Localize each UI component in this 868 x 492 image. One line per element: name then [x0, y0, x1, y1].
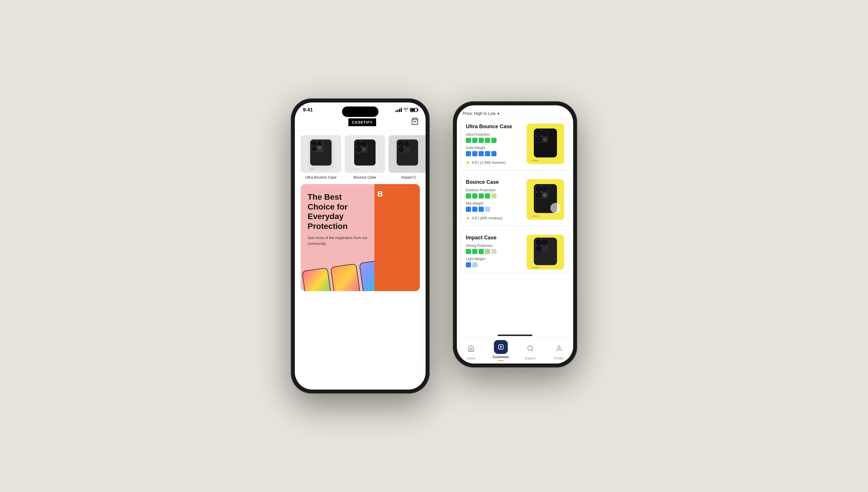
hero-banner-right: B [375, 184, 420, 291]
tab-explore[interactable]: Explore [524, 342, 537, 360]
wifi-icon [404, 108, 408, 112]
signal-icon [395, 108, 402, 112]
case-thumb-img-ultra-bounce: CASETIFY [301, 135, 341, 173]
weight-dots-2 [466, 262, 522, 267]
hero-banner: The Best Choice for Everyday Protection … [301, 184, 420, 291]
svg-point-75 [538, 241, 540, 243]
sort-chevron-icon: ▾ [497, 111, 500, 116]
product-list: Ultra Bounce Case Ultra Protection Solid… [457, 119, 573, 333]
product-info-ultra-bounce: Ultra Bounce Case Ultra Protection Solid… [466, 124, 522, 165]
status-time: 9:41 [303, 107, 313, 113]
profile-icon [552, 342, 566, 355]
svg-text:CASETIFY: CASETIFY [532, 215, 539, 217]
case-thumb-label-ultra-bounce: Ultra Bounce Case [305, 175, 336, 179]
sort-bar[interactable]: Price: High to Low ▾ [457, 105, 573, 119]
svg-point-67 [543, 193, 547, 197]
tab-bar: Home Customize Explore [457, 337, 573, 364]
svg-point-23 [363, 143, 365, 145]
weight-label-0: Solid Weight [466, 146, 522, 150]
hero-right-letter: B [377, 190, 383, 198]
colorful-case-1 [302, 267, 332, 291]
svg-text:CASETIFY: CASETIFY [308, 168, 316, 170]
tab-customize[interactable]: Customize [493, 340, 509, 361]
svg-point-6 [313, 143, 315, 144]
svg-point-34 [401, 143, 402, 145]
svg-point-49 [544, 132, 546, 134]
svg-line-85 [532, 350, 533, 351]
svg-point-68 [550, 203, 561, 213]
svg-point-60 [538, 188, 540, 190]
svg-point-26 [358, 149, 359, 150]
svg-point-52 [538, 139, 540, 140]
product-info-impact: Impact Case Strong Protection Light Weig… [466, 235, 522, 270]
rating-text-1: 4.9 | (895 reviews) [471, 216, 503, 220]
protection-label-2: Strong Protection [466, 244, 522, 248]
product-name-ultra-bounce: Ultra Bounce Case [466, 124, 522, 130]
svg-point-63 [544, 188, 546, 190]
dynamic-island [342, 106, 379, 117]
customize-icon [494, 340, 508, 354]
svg-point-40 [401, 149, 402, 150]
product-info-bounce: Bounce Case Extreme Protection Mid Weigh… [466, 179, 522, 221]
svg-point-66 [538, 194, 540, 196]
product-card-ultra-bounce[interactable]: Ultra Bounce Case Ultra Protection Solid… [461, 119, 569, 170]
product-img-impact: CASETIFY [527, 235, 564, 269]
product-name-bounce: Bounce Case [466, 179, 522, 185]
case-thumb-bounce[interactable]: CASETIFY Bounce Case [344, 135, 385, 179]
svg-point-37 [406, 143, 407, 145]
tab-profile[interactable]: Profile [552, 342, 566, 360]
product-img-ultra-bounce: CASETIFY [527, 124, 564, 164]
svg-text:CASETIFY: CASETIFY [352, 168, 360, 170]
svg-point-53 [543, 138, 547, 142]
battery-icon [410, 108, 417, 112]
protection-label-1: Extreme Protection [466, 188, 522, 192]
case-thumbnails-row: CASETIFY Ultra Bounce Case [295, 130, 426, 184]
case-thumb-label-bounce: Bounce Case [354, 175, 376, 179]
svg-text:CASETIFY: CASETIFY [532, 267, 539, 269]
svg-point-27 [362, 148, 366, 151]
svg-point-84 [528, 346, 532, 350]
case-thumb-ultra-bounce[interactable]: CASETIFY Ultra Bounce Case [301, 135, 341, 179]
phone-right: Price: High to Low ▾ Ultra Bounce Case U… [453, 101, 577, 368]
protection-dots-2 [466, 249, 522, 254]
sort-label: Price: High to Low [463, 111, 495, 116]
rating-text-0: 4.9 | (1,999 reviews) [471, 160, 506, 165]
case-thumb-img-bounce: CASETIFY [344, 135, 385, 173]
tab-label-explore: Explore [525, 356, 536, 360]
hero-banner-left: The Best Choice for Everyday Protection … [301, 184, 375, 291]
tab-label-customize: Customize [493, 355, 509, 359]
hero-title: The Best Choice for Everyday Protection [308, 192, 367, 231]
status-icons [395, 108, 417, 112]
product-card-impact[interactable]: Impact Case Strong Protection Light Weig… [461, 230, 569, 273]
svg-point-78 [544, 241, 546, 243]
svg-point-81 [538, 248, 540, 249]
rating-row-1: ★ 4.9 | (895 reviews) [466, 215, 522, 221]
rating-row-0: ★ 4.9 | (1,999 reviews) [466, 160, 522, 165]
phone-left: 9:41 [291, 98, 430, 394]
protection-label-0: Ultra Protection [466, 132, 522, 137]
nav-bar: CASETiFY [295, 115, 426, 130]
weight-dots-0 [466, 151, 522, 156]
product-name-impact: Impact Case [466, 235, 522, 241]
svg-point-46 [538, 132, 540, 134]
case-thumb-label-impact: Impact C [401, 175, 416, 179]
svg-text:CASETIFY: CASETIFY [532, 160, 539, 162]
svg-point-13 [318, 146, 321, 149]
svg-point-9 [318, 143, 320, 144]
tab-label-profile: Profile [554, 356, 563, 360]
protection-dots-0 [466, 138, 522, 143]
tab-home[interactable]: Home [464, 342, 478, 360]
tab-underline-customize [498, 360, 504, 361]
case-thumb-impact[interactable]: Impact C [389, 135, 426, 179]
cart-icon[interactable] [411, 118, 419, 127]
svg-point-20 [358, 143, 359, 145]
svg-point-86 [558, 346, 560, 348]
home-icon [464, 342, 478, 355]
weight-label-2: Light Weight [466, 257, 522, 261]
protection-dots-1 [466, 193, 522, 199]
explore-icon [524, 342, 537, 355]
casetify-logo: CASETiFY [348, 118, 376, 126]
star-icon-1: ★ [466, 215, 470, 221]
product-card-bounce[interactable]: Bounce Case Extreme Protection Mid Weigh… [461, 174, 569, 226]
home-indicator [457, 333, 573, 337]
